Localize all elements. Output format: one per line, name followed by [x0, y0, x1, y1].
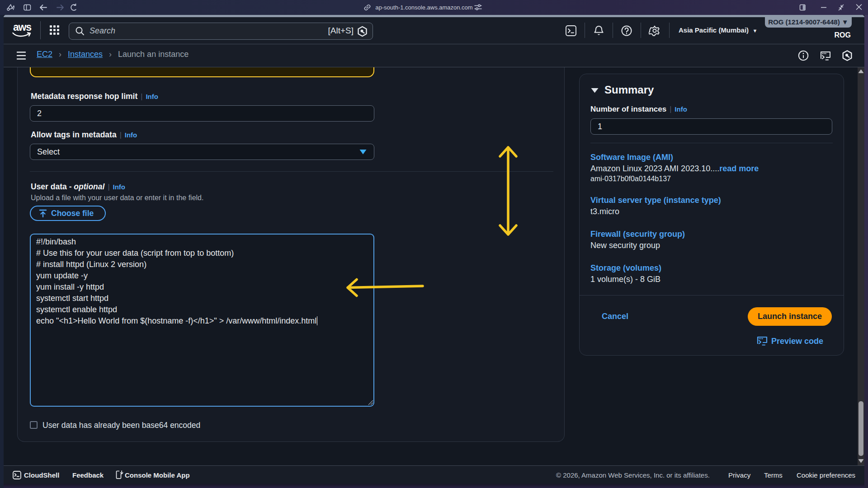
svg-text:aws: aws	[13, 21, 31, 33]
